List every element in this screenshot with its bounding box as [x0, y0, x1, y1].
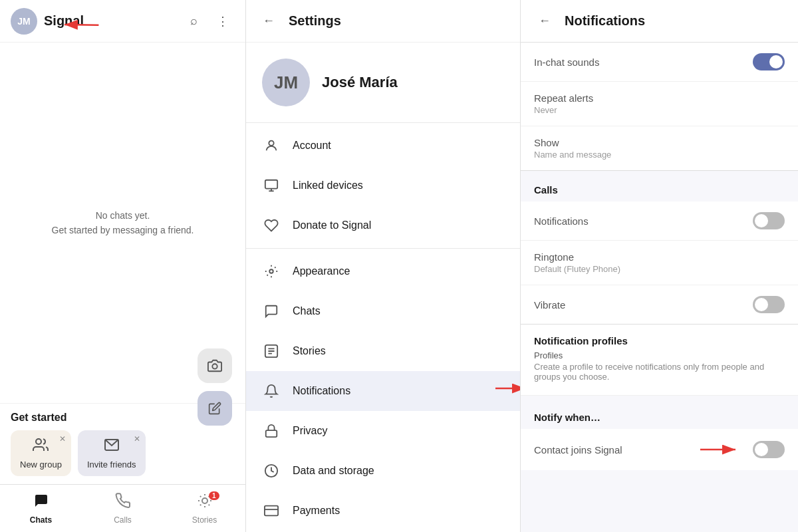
notification-profiles-section: Notification profiles Profiles Create a … — [521, 325, 798, 396]
repeat-alerts-sub: Never — [534, 105, 593, 115]
avatar[interactable]: JM — [11, 8, 37, 35]
data-storage-label: Data and storage — [293, 465, 374, 477]
calls-notifications-row: Notifications — [521, 201, 798, 241]
notifications-settings-icon — [262, 382, 281, 400]
invite-close[interactable]: ✕ — [134, 434, 140, 444]
settings-chats[interactable]: Chats — [246, 291, 520, 331]
show-row[interactable]: Show Name and message — [521, 126, 798, 171]
svg-point-2 — [212, 364, 217, 368]
notify-when-arrow-svg — [697, 440, 743, 460]
show-label: Show — [534, 137, 611, 148]
account-label: Account — [293, 140, 331, 152]
contact-joins-row: Contact joins Signal — [521, 429, 798, 470]
notify-when-title: Notify when… — [534, 412, 600, 423]
settings-stories[interactable]: Stories — [246, 331, 520, 371]
calls-nav-icon — [115, 493, 131, 513]
profile-avatar: JM — [262, 59, 310, 106]
profile-name: José María — [322, 74, 398, 91]
nav-chats[interactable]: Chats — [0, 485, 82, 532]
invite-friends-card[interactable]: ✕ Invite friends — [78, 430, 146, 476]
settings-back-button[interactable]: ← — [258, 11, 279, 32]
stories-badge: 1 — [209, 491, 219, 500]
profile-section[interactable]: JM José María — [246, 43, 520, 120]
ringtone-row[interactable]: Ringtone Default (Flutey Phone) — [521, 241, 798, 285]
nav-stories[interactable]: 1 Stories — [164, 485, 245, 532]
svg-rect-16 — [265, 506, 278, 516]
notifications-back-button[interactable]: ← — [534, 11, 555, 32]
divider2 — [246, 248, 520, 249]
repeat-alerts-row[interactable]: Repeat alerts Never — [521, 82, 798, 126]
camera-icon — [207, 358, 222, 373]
left-header: JM Signal ⌕ ⋮ — [0, 0, 245, 43]
privacy-label: Privacy — [293, 425, 327, 437]
donate-label: Donate to Signal — [293, 219, 371, 231]
settings-account[interactable]: Account — [246, 126, 520, 166]
notify-when-header: Notify when… — [521, 401, 798, 429]
toggle-thumb — [769, 55, 783, 68]
group-icon — [33, 437, 49, 457]
compose-fab-button[interactable] — [198, 391, 232, 426]
bottom-nav: Chats Calls 1 Stories — [0, 484, 245, 532]
data-storage-icon — [262, 462, 281, 480]
chats-settings-icon — [262, 302, 281, 321]
repeat-alerts-label: Repeat alerts — [534, 92, 593, 104]
notifications-settings-label: Notifications — [293, 385, 350, 397]
svg-rect-14 — [266, 430, 277, 437]
ringtone-label: Ringtone — [534, 251, 620, 263]
notifications-title: Notifications — [565, 13, 645, 29]
vibrate-toggle[interactable] — [753, 296, 785, 313]
donate-icon — [262, 216, 281, 235]
stories-settings-icon — [262, 342, 281, 360]
privacy-icon — [262, 422, 281, 440]
settings-donate[interactable]: Donate to Signal — [246, 205, 520, 245]
notification-profiles-title: Notification profiles — [534, 335, 785, 346]
settings-data-storage[interactable]: Data and storage — [246, 451, 520, 491]
toggle-thumb3 — [755, 298, 768, 311]
settings-header: ← Settings — [246, 0, 520, 43]
fab-container — [198, 348, 232, 426]
settings-notifications[interactable]: Notifications — [246, 371, 520, 411]
notif-arrow-svg — [492, 376, 520, 400]
toggle-thumb2 — [755, 214, 768, 227]
calls-section-header: Calls — [521, 171, 798, 201]
stories-settings-label: Stories — [293, 345, 326, 357]
new-group-card[interactable]: ✕ New group — [11, 430, 71, 476]
camera-fab-button[interactable] — [198, 348, 232, 383]
contact-joins-toggle[interactable] — [753, 441, 785, 458]
linked-devices-label: Linked devices — [293, 180, 363, 192]
in-chat-sounds-toggle[interactable] — [753, 53, 785, 70]
profiles-sub-title: Profiles — [534, 350, 785, 360]
more-options-button[interactable]: ⋮ — [211, 9, 235, 33]
settings-appearance[interactable]: Appearance — [246, 251, 520, 291]
calls-notifications-label: Notifications — [534, 215, 589, 227]
invite-icon — [104, 437, 120, 457]
nav-calls[interactable]: Calls — [82, 485, 164, 532]
calls-notifications-toggle[interactable] — [753, 212, 785, 229]
search-button[interactable]: ⌕ — [182, 9, 205, 33]
get-started-cards: ✕ New group ✕ — [11, 430, 235, 476]
settings-linked-devices[interactable]: Linked devices — [246, 166, 520, 205]
svg-point-5 — [202, 498, 207, 503]
stories-nav-label: Stories — [192, 515, 217, 525]
notifications-header: ← Notifications — [521, 0, 798, 43]
vibrate-label: Vibrate — [534, 299, 565, 311]
settings-list: Account Linked devices Donate to Signal — [246, 126, 520, 532]
header-left: JM Signal — [11, 8, 84, 35]
empty-line2: Get started by messaging a friend. — [52, 223, 194, 237]
vibrate-row: Vibrate — [521, 285, 798, 325]
appearance-label: Appearance — [293, 265, 350, 277]
chats-nav-icon — [33, 493, 49, 513]
show-sub: Name and message — [534, 150, 611, 160]
new-group-label: New group — [20, 460, 62, 469]
divider1 — [246, 122, 520, 123]
account-icon — [262, 136, 281, 155]
settings-payments[interactable]: Payments — [246, 491, 520, 531]
app-title: Signal — [44, 13, 84, 29]
new-group-close[interactable]: ✕ — [59, 434, 66, 444]
settings-privacy[interactable]: Privacy — [246, 411, 520, 451]
chats-nav-label: Chats — [30, 515, 52, 525]
edit-icon — [208, 402, 221, 415]
in-chat-sounds-row: In-chat sounds — [521, 43, 798, 82]
profiles-description: Create a profile to receive notification… — [534, 362, 785, 382]
svg-point-3 — [36, 439, 41, 444]
